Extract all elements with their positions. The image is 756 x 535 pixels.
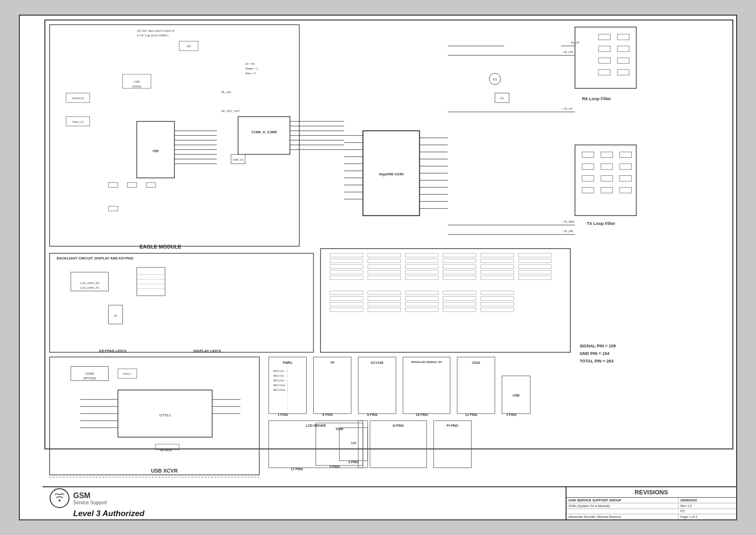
svg-rect-145 xyxy=(368,308,401,312)
svg-text:BL_GN: BL_GN xyxy=(222,91,231,94)
svg-rect-135 xyxy=(368,297,401,301)
svg-rect-147 xyxy=(443,308,476,312)
svg-rect-118 xyxy=(368,270,401,274)
svg-rect-122 xyxy=(518,270,551,274)
svg-rect-64 xyxy=(618,46,629,52)
svg-text:TOTAL PIN = 263: TOTAL PIN = 263 xyxy=(580,359,614,363)
svg-text:2x2 2uF caps used in place of: 2x2 2uF caps used in place of xyxy=(137,29,174,32)
svg-rect-67 xyxy=(599,69,610,75)
svg-text:GT511: GT511 xyxy=(159,413,171,417)
revisions-table: GSM SERVICE SUPPORT GROUP 2006/03/02 SOM… xyxy=(567,498,736,519)
svg-rect-102 xyxy=(443,253,476,257)
svg-text:8 PINS: 8 PINS xyxy=(367,413,378,416)
svg-rect-197 xyxy=(434,421,472,468)
rev-col-1-1: SOM (System On a Module) xyxy=(567,504,679,508)
svg-text:(CHKE2): (CHKE2) xyxy=(132,85,142,88)
svg-rect-72 xyxy=(601,152,613,158)
svg-text:SOLEN CO: SOLEN CO xyxy=(72,97,84,100)
svg-rect-142 xyxy=(443,302,476,306)
svg-text:→ BL_UM: → BL_UM xyxy=(561,51,573,53)
svg-text:16 PINS: 16 PINS xyxy=(416,413,428,416)
bottom-bar: GSM Service Support Level 3 Authorized R… xyxy=(43,486,736,519)
svg-text:U50: U50 xyxy=(153,149,159,153)
svg-text:JS: JS xyxy=(114,314,117,317)
level-authorized: Level 3 Authorized xyxy=(73,509,145,518)
rev-header-2: 2006/03/02 xyxy=(679,498,736,502)
rev-header-1: GSM SERVICE SUPPORT GROUP xyxy=(567,498,679,502)
svg-rect-144 xyxy=(330,308,363,312)
svg-text:SIGNAL PIN = 109: SIGNAL PIN = 109 xyxy=(580,344,616,348)
svg-rect-115 xyxy=(481,265,514,268)
svg-text:LCD_GPIO_P0: LCD_GPIO_P0 xyxy=(80,282,99,285)
svg-rect-121 xyxy=(481,270,514,274)
svg-rect-77 xyxy=(582,175,594,181)
svg-rect-117 xyxy=(330,270,363,274)
svg-rect-68 xyxy=(618,69,629,75)
svg-text:U50: U50 xyxy=(187,45,191,48)
svg-text:F5: F5 xyxy=(500,97,504,100)
svg-text:OPTION: OPTION xyxy=(83,377,96,380)
svg-rect-75 xyxy=(601,164,613,170)
svg-text:11 PINS: 11 PINS xyxy=(465,413,478,416)
svg-text:Step = 2: Step = 2 xyxy=(245,72,256,75)
svg-text:17 PINS: 17 PINS xyxy=(291,467,303,471)
svg-text:CWB: CWB xyxy=(134,80,140,83)
svg-text:LOAD: LOAD xyxy=(85,372,94,375)
svg-rect-79 xyxy=(620,175,632,181)
rev-row-2: P3 xyxy=(567,509,736,515)
svg-rect-143 xyxy=(481,302,514,306)
gsm-text-group: GSM Service Support xyxy=(73,492,107,505)
svg-text:GS11+: GS11+ xyxy=(123,372,132,375)
svg-rect-78 xyxy=(601,175,613,181)
svg-text:T.CMK_K_2.5MR: T.CMK_K_2.5MR xyxy=(251,130,277,134)
svg-rect-134 xyxy=(330,297,363,301)
svg-text:MCU:Gnd →: MCU:Gnd → xyxy=(274,384,288,387)
svg-text:USB: USB xyxy=(513,394,520,397)
svg-text:PARALLEL/SERIAL I/O: PARALLEL/SERIAL I/O xyxy=(412,361,442,363)
svg-rect-126 xyxy=(443,276,476,280)
svg-rect-127 xyxy=(481,276,514,280)
svg-rect-113 xyxy=(405,265,438,268)
svg-text:TX Loop Filter: TX Loop Filter xyxy=(587,221,616,226)
svg-rect-100 xyxy=(368,253,401,257)
svg-rect-180 xyxy=(358,357,396,414)
svg-point-232 xyxy=(59,500,60,501)
svg-text:CMC C3: CMC C3 xyxy=(232,158,244,161)
svg-text:SOM: SOM xyxy=(335,427,343,431)
svg-rect-65 xyxy=(599,58,610,63)
svg-rect-24 xyxy=(109,182,118,187)
svg-rect-105 xyxy=(330,259,363,263)
svg-rect-114 xyxy=(443,265,476,268)
svg-rect-0 xyxy=(45,20,733,449)
rev-col-2-2: P3 xyxy=(679,509,736,513)
svg-rect-63 xyxy=(599,46,610,52)
rev-row-header: GSM SERVICE SUPPORT GROUP 2006/03/02 xyxy=(567,498,736,503)
gsm-service: Service Support xyxy=(73,500,107,505)
svg-rect-116 xyxy=(518,265,551,268)
svg-rect-112 xyxy=(368,265,401,268)
svg-rect-186 xyxy=(457,357,495,414)
svg-rect-132 xyxy=(443,291,476,295)
svg-rect-107 xyxy=(405,259,438,263)
rev-col-3-1: Alexander Buchler, Michael Branum xyxy=(567,515,679,519)
svg-text:Jb = 50: Jb = 50 xyxy=(245,62,255,65)
svg-rect-101 xyxy=(405,253,438,257)
svg-text:MCU:Vcc →: MCU:Vcc → xyxy=(274,379,288,382)
svg-rect-110 xyxy=(518,259,551,263)
svg-rect-141 xyxy=(405,302,438,306)
svg-text:MCU:Gnd →: MCU:Gnd → xyxy=(274,388,288,391)
svg-rect-138 xyxy=(481,297,514,301)
svg-rect-89 xyxy=(137,268,165,296)
svg-text:6 PINS: 6 PINS xyxy=(322,413,333,416)
svg-rect-109 xyxy=(481,259,514,263)
svg-text:EAGLE MODULE: EAGLE MODULE xyxy=(139,244,181,250)
svg-text:KCY146: KCY146 xyxy=(371,361,383,364)
svg-text:AlgoHW U150: AlgoHW U150 xyxy=(379,172,404,176)
svg-rect-133 xyxy=(481,291,514,295)
svg-text:→ RL_MN: → RL_MN xyxy=(561,230,573,233)
svg-text:DISPLAY LED'S: DISPLAY LED'S xyxy=(193,349,221,353)
svg-rect-177 xyxy=(313,357,351,414)
svg-text:SIM: SIM xyxy=(351,441,357,445)
svg-text:TP: TP xyxy=(330,361,335,364)
svg-rect-128 xyxy=(518,276,551,280)
